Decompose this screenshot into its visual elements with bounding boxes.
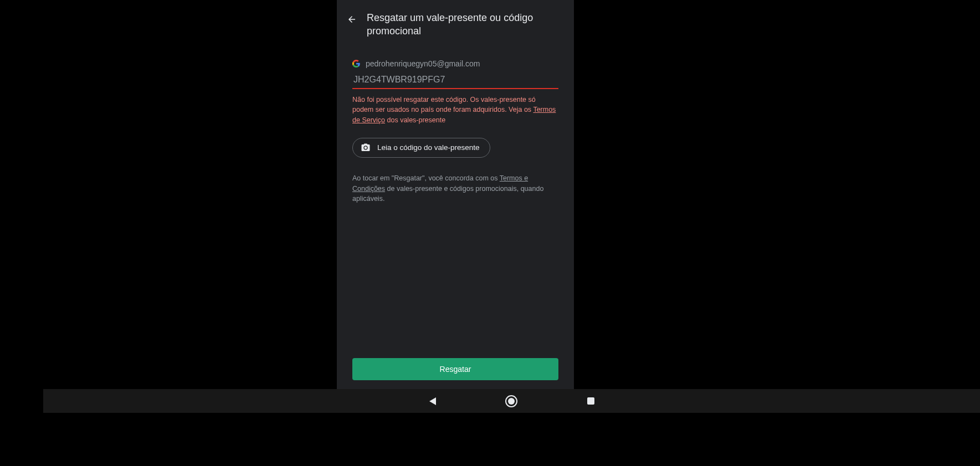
nav-home-button[interactable] bbox=[500, 390, 522, 412]
account-row: pedrohenriquegyn05@gmail.com bbox=[352, 59, 558, 68]
account-email: pedrohenriquegyn05@gmail.com bbox=[366, 59, 480, 68]
circle-home-icon bbox=[505, 395, 517, 407]
circle-home-inner bbox=[508, 398, 515, 405]
camera-icon bbox=[361, 143, 371, 153]
error-text-after: dos vales-presente bbox=[385, 116, 445, 124]
square-recents-icon bbox=[587, 397, 594, 405]
code-input[interactable] bbox=[352, 75, 558, 89]
app-screen: Resgatar um vale-presente ou código prom… bbox=[337, 0, 574, 389]
error-message: Não foi possível resgatar este código. O… bbox=[352, 95, 558, 126]
error-text-before: Não foi possível resgatar este código. O… bbox=[352, 96, 536, 114]
scan-code-button[interactable]: Leia o código do vale-presente bbox=[352, 138, 490, 158]
footer: Resgatar bbox=[337, 358, 574, 389]
android-navigation-bar bbox=[43, 389, 980, 413]
content-area: pedrohenriquegyn05@gmail.com Não foi pos… bbox=[337, 38, 574, 358]
header: Resgatar um vale-presente ou código prom… bbox=[337, 0, 574, 38]
code-input-wrapper bbox=[352, 75, 558, 89]
back-button[interactable] bbox=[347, 11, 357, 24]
redeem-button[interactable]: Resgatar bbox=[352, 358, 558, 380]
disclaimer-before: Ao tocar em "Resgatar", você concorda co… bbox=[352, 174, 500, 182]
disclaimer-text: Ao tocar em "Resgatar", você concorda co… bbox=[352, 173, 558, 204]
page-title: Resgatar um vale-presente ou código prom… bbox=[367, 11, 564, 38]
google-logo-icon bbox=[352, 60, 360, 68]
triangle-back-icon bbox=[429, 397, 436, 405]
nav-inner bbox=[393, 389, 630, 413]
arrow-left-icon bbox=[347, 14, 357, 24]
nav-recents-button[interactable] bbox=[579, 390, 602, 412]
scan-button-label: Leia o código do vale-presente bbox=[377, 143, 480, 152]
nav-back-button[interactable] bbox=[422, 390, 444, 412]
